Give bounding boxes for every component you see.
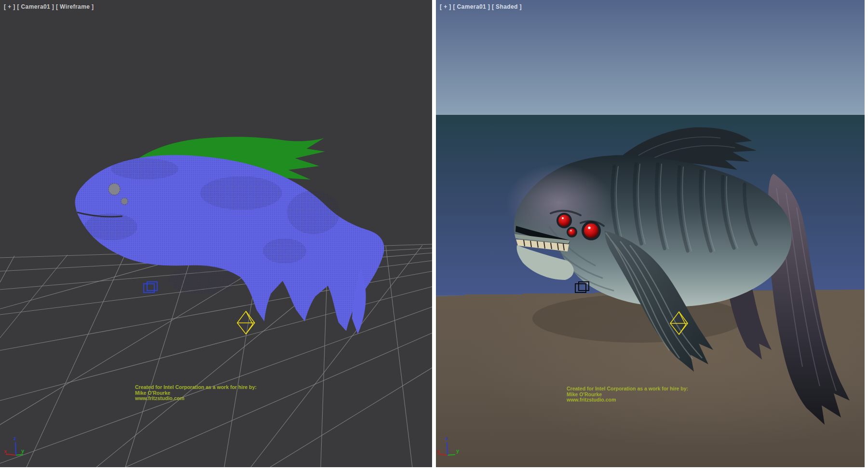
- watermark-line1: Created for Intel Corporation as a work …: [567, 386, 688, 392]
- axis-z-label: z: [445, 435, 448, 441]
- eye-highlight-medium: [562, 217, 564, 219]
- right-viewport[interactable]: [ + ] [ Camera01 ] [ Shaded ]: [436, 0, 865, 467]
- fish-eye-small: [569, 229, 576, 236]
- axis-x-label: x: [4, 448, 7, 454]
- axis-y-label: y: [21, 448, 25, 454]
- axis-y-label: y: [456, 448, 460, 454]
- fish-eye-small-wireframe: [121, 198, 128, 205]
- watermark-left: Created for Intel Corporation as a work …: [135, 385, 257, 402]
- watermark-line3: www.fritzstudio.com: [567, 397, 688, 403]
- axis-tripod-left: x y z: [4, 435, 25, 455]
- viewport-label-right[interactable]: [ + ] [ Camera01 ] [ Shaded ]: [440, 3, 522, 10]
- watermark-right: Created for Intel Corporation as a work …: [567, 386, 688, 403]
- helper-diamond-left[interactable]: [237, 311, 255, 334]
- selection-box-marker-left[interactable]: [144, 282, 157, 292]
- axis-z-label: z: [14, 435, 16, 441]
- eye-highlight-large: [588, 226, 590, 229]
- dual-viewport-canvas: [ + ] [ Camera01 ] [ Wireframe ]: [0, 0, 868, 472]
- fish-eye-medium: [558, 215, 570, 226]
- sky: [436, 0, 865, 115]
- watermark-line1: Created for Intel Corporation as a work …: [135, 385, 257, 390]
- watermark-line3: www.fritzstudio.com: [135, 396, 257, 402]
- fish-eye-large-wireframe: [108, 183, 120, 195]
- left-viewport[interactable]: [ + ] [ Camera01 ] [ Wireframe ]: [0, 0, 432, 467]
- fish-eye-large: [584, 223, 598, 238]
- axis-x-label: x: [437, 448, 440, 454]
- viewport-label-left[interactable]: [ + ] [ Camera01 ] [ Wireframe ]: [4, 3, 94, 10]
- eye-highlight-small: [570, 230, 572, 232]
